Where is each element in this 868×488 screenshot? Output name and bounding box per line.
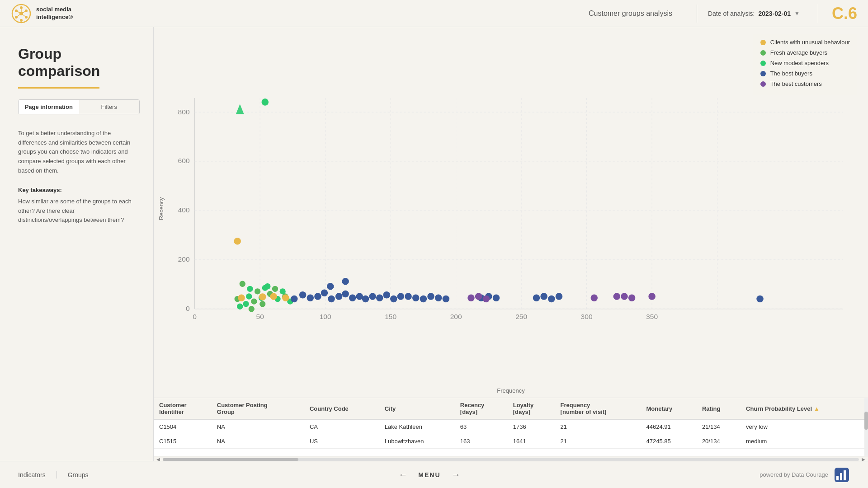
vertical-scrollbar[interactable] xyxy=(864,398,868,456)
legend-label-unusual: Clients with unusual behaviour xyxy=(770,39,850,46)
header: social media intelligence® Customer grou… xyxy=(0,0,868,27)
col-monetary[interactable]: Monetary xyxy=(641,398,696,419)
legend-label-fresh: Fresh average buyers xyxy=(770,49,827,56)
logo-icon xyxy=(11,3,32,24)
sidebar-description: To get a better understanding of the dif… xyxy=(18,129,140,176)
cell-frequency-2: 21 xyxy=(555,434,641,449)
svg-point-77 xyxy=(362,296,369,303)
svg-point-80 xyxy=(383,291,390,299)
svg-rect-108 xyxy=(836,476,839,480)
col-loyalty[interactable]: Loyalty[days] xyxy=(508,398,555,419)
legend-dot-best-buyers xyxy=(760,71,766,76)
svg-point-94 xyxy=(533,295,540,302)
svg-text:0: 0 xyxy=(186,305,190,312)
svg-point-63 xyxy=(238,295,245,302)
col-frequency[interactable]: Frequency[number of visit] xyxy=(555,398,641,419)
footer: Indicators Groups ← MENU → powered by Da… xyxy=(0,461,868,488)
cell-city-2: Lubowitzhaven xyxy=(379,434,455,449)
svg-point-96 xyxy=(548,296,555,303)
tab-page-information[interactable]: Page information xyxy=(19,100,79,114)
legend-item-best-customers: The best customers xyxy=(760,80,850,87)
svg-point-69 xyxy=(307,295,314,302)
svg-text:350: 350 xyxy=(646,313,658,320)
svg-point-44 xyxy=(247,286,253,292)
svg-point-49 xyxy=(243,301,249,307)
svg-point-104 xyxy=(621,293,628,300)
table-row: C1504 NA CA Lake Kathleen 63 1736 21 446… xyxy=(154,419,868,434)
col-churn[interactable]: Churn Probability Level▲ xyxy=(741,398,868,419)
svg-text:200: 200 xyxy=(178,255,190,263)
horizontal-scrollbar[interactable] xyxy=(163,458,859,461)
legend: Clients with unusual behaviour Fresh ave… xyxy=(753,34,857,95)
legend-item-best-buyers: The best buyers xyxy=(760,70,850,77)
svg-point-78 xyxy=(369,293,376,300)
logo-text: social media intelligence® xyxy=(36,6,73,21)
cell-posting-1: NA xyxy=(212,419,304,434)
footer-nav-groups[interactable]: Groups xyxy=(68,471,99,479)
powered-by-text: powered by Data Courage xyxy=(760,471,828,478)
table-row: C1515 NA US Lubowitzhaven 163 1641 21 47… xyxy=(154,434,868,449)
svg-point-59 xyxy=(237,304,243,310)
footer-menu-button[interactable]: MENU xyxy=(418,471,440,479)
footer-nav-indicators[interactable]: Indicators xyxy=(18,471,57,479)
svg-point-66 xyxy=(282,295,289,302)
svg-point-58 xyxy=(259,301,265,307)
svg-text:200: 200 xyxy=(450,313,462,320)
svg-point-5 xyxy=(20,19,23,22)
svg-point-57 xyxy=(280,288,286,294)
header-divider xyxy=(697,5,697,23)
date-dropdown-icon[interactable]: ▼ xyxy=(794,10,800,17)
svg-point-74 xyxy=(342,291,349,298)
svg-line-11 xyxy=(16,14,21,17)
legend-label-modest: New modest spenders xyxy=(770,60,829,66)
sidebar-tabs: Page information Filters xyxy=(18,99,140,114)
svg-point-89 xyxy=(327,283,334,290)
svg-point-98 xyxy=(756,296,764,303)
svg-point-97 xyxy=(556,293,563,300)
logo-area: social media intelligence® xyxy=(11,3,165,24)
svg-text:50: 50 xyxy=(256,313,264,320)
col-recency[interactable]: Recency[days] xyxy=(455,398,508,419)
svg-point-76 xyxy=(356,293,363,300)
svg-point-101 xyxy=(483,296,490,303)
cell-monetary-2: 47245.85 xyxy=(641,434,696,449)
cell-recency-1: 63 xyxy=(455,419,508,434)
svg-point-65 xyxy=(270,293,277,300)
cell-loyalty-1: 1736 xyxy=(508,419,555,434)
cell-loyalty-2: 1641 xyxy=(508,434,555,449)
table-header-row: CustomerIdentifier Customer PostingGroup… xyxy=(154,398,868,419)
svg-point-93 xyxy=(493,295,500,302)
sidebar-key-takeaways-body: How similar are some of the groups to ea… xyxy=(18,197,140,225)
svg-point-71 xyxy=(321,289,328,296)
scroll-left-icon[interactable]: ◀ xyxy=(154,457,163,461)
svg-point-56 xyxy=(272,286,278,292)
page-code: C.6 xyxy=(818,4,857,23)
svg-text:400: 400 xyxy=(178,206,190,214)
svg-point-106 xyxy=(648,293,656,300)
svg-point-100 xyxy=(475,293,482,300)
col-customer-posting-group[interactable]: Customer PostingGroup xyxy=(212,398,304,419)
horizontal-scrollbar-container: ◀ ▶ xyxy=(154,456,868,461)
date-label: Date of analysis: xyxy=(708,10,755,17)
svg-point-103 xyxy=(613,293,621,300)
scroll-right-icon[interactable]: ▶ xyxy=(859,457,868,461)
svg-marker-41 xyxy=(236,104,244,114)
col-rating[interactable]: Rating xyxy=(697,398,741,419)
col-country-code[interactable]: Country Code xyxy=(304,398,379,419)
col-customer-identifier[interactable]: CustomerIdentifier xyxy=(154,398,212,419)
footer-next-icon[interactable]: → xyxy=(452,469,461,480)
cell-id-2: C1515 xyxy=(154,434,212,449)
svg-point-50 xyxy=(251,298,257,304)
svg-point-68 xyxy=(299,291,307,299)
footer-prev-icon[interactable]: ← xyxy=(398,469,407,480)
cell-monetary-1: 44624.91 xyxy=(641,419,696,434)
svg-rect-110 xyxy=(844,470,846,480)
legend-label-best-customers: The best customers xyxy=(770,80,822,87)
sidebar-underline xyxy=(18,87,99,89)
svg-point-102 xyxy=(590,295,598,302)
scrollbar-thumb-h xyxy=(163,458,298,461)
tab-filters[interactable]: Filters xyxy=(79,100,140,114)
col-city[interactable]: City xyxy=(379,398,455,419)
powered-by-logo xyxy=(834,467,850,483)
x-axis-label: Frequency xyxy=(154,385,868,398)
